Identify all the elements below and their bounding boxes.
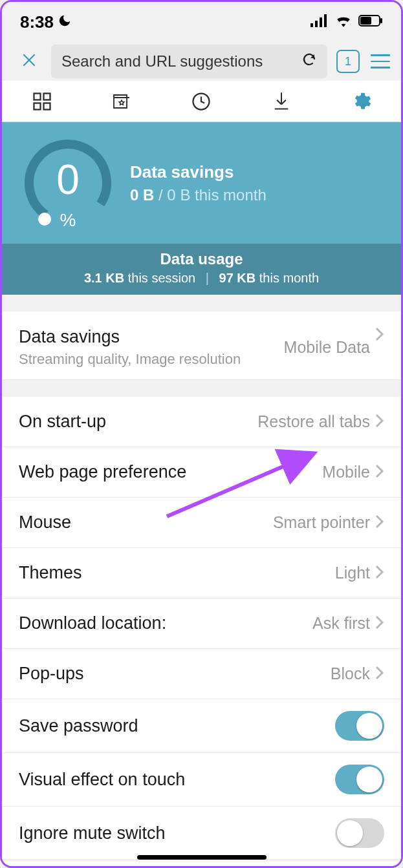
- banner-title: Data savings: [130, 162, 267, 182]
- row-save-password[interactable]: Save password: [2, 699, 401, 753]
- spacer: [2, 295, 401, 312]
- settings-list-2: On start-up Restore all tabs Web page pr…: [2, 397, 401, 868]
- row-title: Themes: [19, 563, 335, 583]
- toggle-visual-effect[interactable]: [335, 765, 384, 794]
- banner-text: Data savings 0 B / 0 B this month: [130, 162, 267, 204]
- row-download-location[interactable]: Download location: Ask first: [2, 598, 401, 649]
- chevron-right-icon: [375, 615, 384, 632]
- gauge-value: 0: [23, 156, 113, 204]
- spacer: [2, 380, 401, 397]
- row-popups[interactable]: Pop-ups Block: [2, 649, 401, 699]
- time-text: 8:38: [20, 12, 54, 32]
- toggle-save-password[interactable]: [335, 711, 384, 741]
- bookmarks-icon[interactable]: [102, 92, 141, 111]
- tab-count-button[interactable]: 1: [336, 50, 360, 73]
- data-savings-banner[interactable]: 0 % Data savings 0 B / 0 B this month: [2, 122, 401, 244]
- svg-rect-3: [324, 14, 327, 27]
- row-ignore-mute[interactable]: Ignore mute switch: [2, 807, 401, 860]
- row-subtitle: Streaming quality, Image resolution: [19, 351, 284, 368]
- row-value: Light: [335, 564, 370, 582]
- row-title: Web page preference: [19, 462, 322, 482]
- usage-month-label: this month: [256, 271, 319, 285]
- svg-rect-0: [310, 23, 313, 27]
- chevron-right-icon: [375, 327, 384, 344]
- svg-rect-2: [320, 17, 322, 27]
- app-frame: 8:38 Search and URL suggestions: [0, 0, 403, 868]
- downloads-icon[interactable]: [262, 91, 301, 112]
- search-input[interactable]: Search and URL suggestions: [51, 45, 327, 78]
- banner-subtitle: 0 B / 0 B this month: [130, 186, 267, 204]
- chevron-right-icon: [375, 514, 384, 531]
- browser-bar: Search and URL suggestions 1: [2, 42, 401, 81]
- chevron-right-icon: [375, 414, 384, 430]
- row-startup[interactable]: On start-up Restore all tabs: [2, 397, 401, 447]
- banner-saved-value: 0 B: [130, 186, 154, 204]
- grid-icon[interactable]: [23, 92, 61, 111]
- row-value: Restore all tabs: [257, 412, 370, 431]
- status-bar: 8:38: [2, 2, 401, 42]
- close-button[interactable]: [16, 52, 42, 71]
- usage-detail: 3.1 KB this session | 97 KB this month: [2, 271, 401, 286]
- row-value: Ask first: [312, 614, 370, 633]
- row-title: Data savings: [19, 327, 284, 347]
- history-icon[interactable]: [182, 92, 221, 111]
- signal-icon: [310, 14, 329, 30]
- row-web-page-preference[interactable]: Web page preference Mobile: [2, 447, 401, 498]
- wifi-icon: [335, 14, 352, 30]
- status-time: 8:38: [20, 12, 72, 32]
- battery-icon: [358, 15, 383, 29]
- row-visual-effect[interactable]: Visual effect on touch: [2, 753, 401, 807]
- chevron-right-icon: [375, 565, 384, 582]
- banner-saved-rest: / 0 B this month: [154, 186, 266, 204]
- usage-session-label: this session: [124, 271, 195, 285]
- gauge-percent-sign: %: [23, 210, 113, 231]
- row-themes[interactable]: Themes Light: [2, 548, 401, 598]
- tab-count-value: 1: [345, 55, 351, 69]
- row-data-savings[interactable]: Data savings Streaming quality, Image re…: [2, 312, 401, 380]
- row-title: Download location:: [19, 613, 312, 633]
- reload-icon[interactable]: [301, 52, 317, 71]
- row-value: Smart pointer: [273, 513, 370, 532]
- home-indicator: [137, 855, 267, 860]
- row-title: Mouse: [19, 513, 273, 533]
- row-title: On start-up: [19, 412, 257, 432]
- svg-rect-9: [34, 103, 40, 109]
- chevron-right-icon: [375, 666, 384, 683]
- row-clear-browsing-data[interactable]: Clear browsing data: [2, 860, 401, 868]
- svg-rect-5: [360, 17, 371, 25]
- toggle-ignore-mute[interactable]: [335, 818, 384, 848]
- settings-list: Data savings Streaming quality, Image re…: [2, 312, 401, 380]
- menu-button[interactable]: [369, 54, 392, 69]
- status-right: [310, 14, 383, 30]
- usage-month-value: 97 KB: [219, 271, 256, 285]
- svg-rect-8: [43, 93, 50, 100]
- settings-icon[interactable]: [342, 91, 380, 112]
- row-mouse[interactable]: Mouse Smart pointer: [2, 498, 401, 548]
- toolbar-tabs: [2, 81, 401, 122]
- row-title: Ignore mute switch: [19, 823, 335, 843]
- row-value: Mobile: [322, 463, 370, 482]
- row-title: Pop-ups: [19, 664, 331, 684]
- chevron-right-icon: [375, 464, 384, 481]
- search-placeholder: Search and URL suggestions: [61, 52, 295, 70]
- svg-rect-10: [43, 103, 50, 109]
- usage-session-value: 3.1 KB: [84, 271, 124, 285]
- svg-rect-6: [380, 18, 382, 23]
- row-title: Save password: [19, 716, 335, 736]
- usage-divider: |: [199, 271, 215, 285]
- gauge: 0 %: [23, 138, 113, 228]
- svg-rect-7: [34, 93, 40, 100]
- row-value: Block: [331, 664, 370, 683]
- moon-icon: [58, 12, 72, 32]
- row-title: Visual effect on touch: [19, 770, 335, 790]
- svg-rect-1: [315, 21, 318, 27]
- data-usage-bar[interactable]: Data usage 3.1 KB this session | 97 KB t…: [2, 244, 401, 295]
- usage-title: Data usage: [2, 250, 401, 268]
- row-value: Mobile Data: [284, 338, 370, 357]
